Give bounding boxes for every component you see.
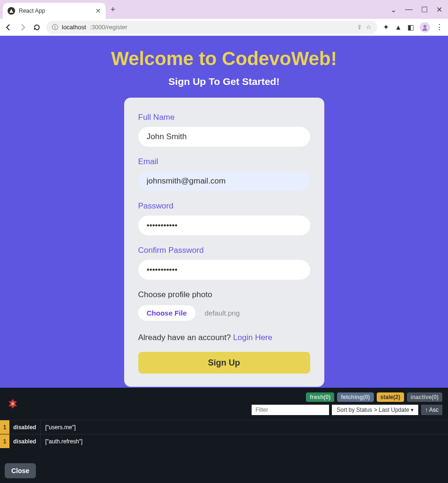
password-label: Password bbox=[138, 201, 310, 211]
filter-input[interactable] bbox=[252, 405, 329, 415]
page-content: Welcome to CodevoWeb! Sign Up To Get Sta… bbox=[0, 36, 448, 388]
file-name: default.png bbox=[205, 309, 240, 317]
sort-button[interactable]: Sort by Status > Last Update ▾ bbox=[332, 405, 418, 415]
address-bar[interactable]: ⓘ localhost:3000/register ⇪ ☆ bbox=[46, 21, 377, 34]
menu-icon[interactable]: ⋮ bbox=[436, 23, 443, 32]
window-titlebar: React App ✕ + ⌄ — ☐ ✕ bbox=[0, 0, 448, 19]
badge-fetching[interactable]: fetching(0) bbox=[337, 392, 373, 402]
share-icon[interactable]: ⇪ bbox=[357, 24, 362, 31]
badge-fresh[interactable]: fresh(0) bbox=[306, 392, 334, 402]
already-text: Already have an account? bbox=[138, 333, 233, 342]
new-tab-button[interactable]: + bbox=[106, 5, 120, 15]
svg-point-2 bbox=[11, 402, 14, 405]
badge-inactive[interactable]: inactive(0) bbox=[407, 392, 442, 402]
close-window-icon[interactable]: ✕ bbox=[436, 5, 442, 14]
query-status: disabled bbox=[9, 434, 41, 448]
react-query-logo-icon bbox=[6, 397, 20, 411]
devtools-header: fresh(0) fetching(0) stale(2) inactive(0… bbox=[0, 388, 448, 420]
badge-stale[interactable]: stale(2) bbox=[377, 392, 404, 402]
tabs-area: React App ✕ + bbox=[3, 0, 120, 19]
favicon-icon bbox=[8, 7, 15, 15]
query-row[interactable]: 1 disabled ["auth.refresh"] bbox=[0, 434, 448, 448]
minimize-icon[interactable]: — bbox=[405, 5, 413, 14]
browser-toolbar: ⓘ localhost:3000/register ⇪ ☆ ✦ ▲ ◧ ⋮ bbox=[0, 19, 448, 36]
browser-tab[interactable]: React App ✕ bbox=[3, 3, 106, 19]
reload-icon[interactable] bbox=[33, 24, 41, 31]
already-account-text: Already have an account? Login Here bbox=[138, 333, 310, 342]
query-count: 1 bbox=[0, 434, 9, 448]
panel-icon[interactable]: ◧ bbox=[407, 23, 414, 32]
signup-button[interactable]: Sign Up bbox=[138, 352, 310, 374]
react-query-devtools: fresh(0) fetching(0) stale(2) inactive(0… bbox=[0, 388, 448, 483]
photo-hint: Choose profile photo bbox=[138, 290, 310, 300]
svg-point-1 bbox=[423, 25, 426, 28]
confirm-password-label: Confirm Password bbox=[138, 246, 310, 255]
signup-card: Full Name Email Password Confirm Passwor… bbox=[124, 98, 324, 387]
password-input[interactable] bbox=[138, 216, 310, 235]
puzzle-icon[interactable]: ✦ bbox=[383, 23, 389, 32]
query-key: ["users.me"] bbox=[41, 424, 76, 431]
profile-avatar[interactable] bbox=[420, 22, 430, 33]
flask-icon[interactable]: ▲ bbox=[395, 23, 402, 31]
query-status: disabled bbox=[9, 420, 41, 434]
info-icon[interactable]: ⓘ bbox=[52, 23, 58, 32]
choose-file-button[interactable]: Choose File bbox=[138, 305, 195, 321]
query-list: 1 disabled ["users.me"] 1 disabled ["aut… bbox=[0, 420, 448, 448]
full-name-input[interactable] bbox=[138, 127, 310, 147]
close-icon[interactable]: ✕ bbox=[95, 7, 101, 15]
extension-icons: ✦ ▲ ◧ ⋮ bbox=[383, 22, 443, 33]
forward-icon[interactable] bbox=[19, 24, 26, 31]
star-icon[interactable]: ☆ bbox=[366, 24, 372, 31]
url-host: localhost bbox=[62, 24, 86, 31]
url-path: :3000/register bbox=[90, 24, 127, 31]
window-controls: ⌄ — ☐ ✕ bbox=[390, 5, 445, 14]
status-badges: fresh(0) fetching(0) stale(2) inactive(0… bbox=[306, 392, 442, 402]
nav-buttons bbox=[5, 24, 41, 31]
query-key: ["auth.refresh"] bbox=[41, 438, 83, 445]
page-title: Welcome to CodevoWeb! bbox=[111, 48, 337, 69]
asc-button[interactable]: ↑ Asc bbox=[421, 405, 442, 415]
file-row: Choose File default.png bbox=[138, 305, 310, 321]
confirm-password-input[interactable] bbox=[138, 260, 310, 280]
email-label: Email bbox=[138, 157, 310, 167]
tab-title: React App bbox=[19, 8, 92, 14]
email-input[interactable] bbox=[138, 171, 310, 191]
maximize-icon[interactable]: ☐ bbox=[421, 5, 428, 14]
back-icon[interactable] bbox=[5, 24, 12, 31]
query-count: 1 bbox=[0, 420, 9, 434]
chevron-down-icon[interactable]: ⌄ bbox=[390, 5, 397, 14]
login-here-link[interactable]: Login Here bbox=[233, 333, 272, 342]
full-name-label: Full Name bbox=[138, 113, 310, 122]
query-row[interactable]: 1 disabled ["users.me"] bbox=[0, 420, 448, 434]
close-devtools-button[interactable]: Close bbox=[5, 463, 36, 478]
page-subtitle: Sign Up To Get Started! bbox=[169, 76, 279, 87]
svg-marker-0 bbox=[9, 9, 13, 13]
